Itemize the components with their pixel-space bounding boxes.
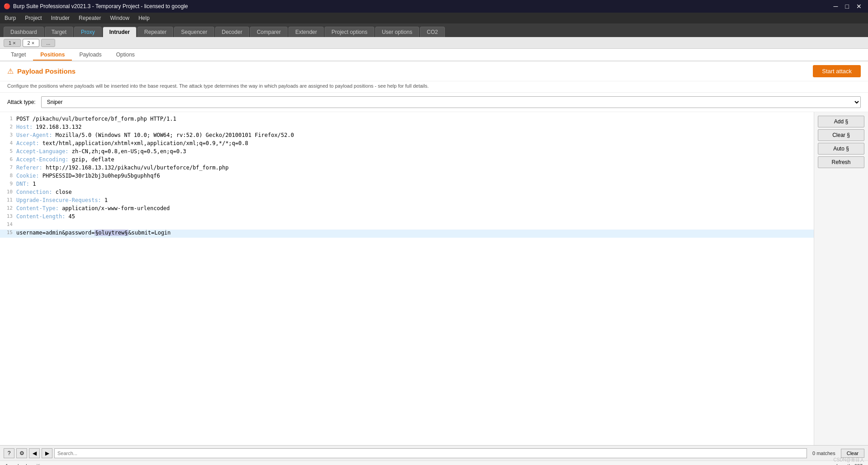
code-line: 7Referer: http://192.168.13.132/pikachu/… [0,164,814,173]
code-line: 1POST /pikachu/vul/burteforce/bf_form.ph… [0,116,814,124]
maximize-button[interactable]: □ [843,2,852,11]
line-number: 13 [2,213,16,219]
line-content: Referer: http://192.168.13.132/pikachu/v… [16,164,229,171]
line-content: Upgrade-Insecure-Requests: 1 [16,197,108,203]
main-tab-co2[interactable]: CO2 [420,27,445,37]
code-line: 8Cookie: PHPSESSID=30r1b2bj3u0hep9u5bgup… [0,173,814,181]
main-tab-dashboard[interactable]: Dashboard [4,27,44,37]
main-tabs: DashboardTargetProxyIntruderRepeaterSequ… [0,23,868,37]
code-line: 5Accept-Language: zh-CN,zh;q=0.8,en-US;q… [0,148,814,156]
payload-positions-title: Payload Positions [17,67,75,75]
payload-positions-description: Configure the positions where payloads w… [0,81,868,93]
status-bar: 1 payload position Length: 607 [0,460,868,465]
settings-icon[interactable]: ⚙ [16,448,27,458]
title-bar: 🔴 Burp Suite Professional v2021.3 - Temp… [0,0,868,13]
request-tab[interactable]: 1 × [4,39,21,47]
minimize-button[interactable]: ─ [831,2,841,11]
code-line: 9DNT: 1 [0,181,814,189]
main-tab-decoder[interactable]: Decoder [215,27,249,37]
code-line: 6Accept-Encoding: gzip, deflate [0,156,814,164]
payload-positions-header: ⚠ Payload Positions Start attack [0,61,868,81]
line-number: 5 [2,148,16,154]
auto-section-button[interactable]: Auto § [818,143,864,155]
menu-bar: BurpProjectIntruderRepeaterWindowHelp [0,13,868,23]
line-number: 6 [2,156,16,162]
main-tab-comparer[interactable]: Comparer [250,27,288,37]
line-content: Connection: close [16,189,72,195]
attack-type-row: Attack type: SniperBattering ramPitchfor… [0,93,868,112]
editor-container: 1POST /pikachu/vul/burteforce/bf_form.ph… [0,112,868,445]
line-number: 1 [2,116,16,122]
start-attack-button[interactable]: Start attack [813,65,861,77]
line-number: 10 [2,189,16,195]
forward-icon[interactable]: ▶ [42,448,52,458]
sub-tab-options[interactable]: Options [109,50,142,61]
back-icon[interactable]: ◀ [29,448,40,458]
line-number: 3 [2,132,16,138]
attack-type-label: Attack type: [7,99,36,105]
help-icon[interactable]: ? [4,448,14,458]
request-tab[interactable]: ... [41,39,55,47]
menu-item-burp[interactable]: Burp [0,14,20,23]
editor-buttons: Add § Clear § Auto § Refresh [814,112,868,445]
payload-position-count: 1 payload position [5,463,46,465]
code-line: 12Content-Type: application/x-www-form-u… [0,205,814,213]
line-number: 2 [2,124,16,130]
clear-search-button[interactable]: Clear [841,449,864,458]
line-content: username=admin&password=§oluytrew§&submi… [16,230,171,236]
bottom-bar: ? ⚙ ◀ ▶ 0 matches Clear [0,445,868,460]
line-content: Content-Length: 45 [16,213,75,220]
main-tab-project-options[interactable]: Project options [325,27,374,37]
line-number: 14 [2,221,16,227]
sub-tab-target[interactable]: Target [4,50,33,61]
request-tab[interactable]: 2 × [23,39,40,47]
search-input[interactable] [54,448,807,458]
main-content: ⚠ Payload Positions Start attack Configu… [0,61,868,445]
sub-tab-positions[interactable]: Positions [33,50,72,61]
main-tab-extender[interactable]: Extender [288,27,324,37]
main-tab-repeater[interactable]: Repeater [137,27,173,37]
add-section-button[interactable]: Add § [818,116,864,127]
attack-type-select[interactable]: SniperBattering ramPitchforkCluster bomb [41,96,861,108]
line-number: 15 [2,230,16,235]
title-right: ─ □ ✕ [831,2,864,11]
line-number: 12 [2,205,16,211]
code-line: 2Host: 192.168.13.132 [0,124,814,132]
line-content: Accept: text/html,application/xhtml+xml,… [16,140,248,146]
menu-item-repeater[interactable]: Repeater [74,14,105,23]
menu-item-project[interactable]: Project [20,14,46,23]
line-content: Accept-Encoding: gzip, deflate [16,156,114,163]
clear-section-button[interactable]: Clear § [818,129,864,141]
line-content: POST /pikachu/vul/burteforce/bf_form.php… [16,116,176,122]
menu-item-intruder[interactable]: Intruder [47,14,74,23]
warning-icon: ⚠ [7,67,14,75]
code-line: 14 [0,221,814,230]
code-line: 10Connection: close [0,189,814,197]
code-line: 13Content-Length: 45 [0,213,814,221]
line-content: Accept-Language: zh-CN,zh;q=0.8,en-US;q=… [16,148,186,155]
line-content: Cookie: PHPSESSID=30r1b2bj3u0hep9u5bguph… [16,173,160,179]
main-tab-target[interactable]: Target [45,27,73,37]
main-tab-sequencer[interactable]: Sequencer [174,27,214,37]
main-tab-user-options[interactable]: User options [375,27,419,37]
editor-main[interactable]: 1POST /pikachu/vul/burteforce/bf_form.ph… [0,112,814,445]
app-title: Burp Suite Professional v2021.3 - Tempor… [13,3,188,9]
menu-item-help[interactable]: Help [134,14,154,23]
line-number: 4 [2,140,16,146]
refresh-button[interactable]: Refresh [818,156,864,168]
request-tabs-row: 1 ×2 ×... [0,37,868,49]
code-line: 11Upgrade-Insecure-Requests: 1 [0,197,814,205]
line-content: DNT: 1 [16,181,36,187]
code-line: 3User-Agent: Mozilla/5.0 (Windows NT 10.… [0,132,814,140]
close-button[interactable]: ✕ [854,2,864,11]
code-line: 4Accept: text/html,application/xhtml+xml… [0,140,814,148]
sub-tab-payloads[interactable]: Payloads [72,50,108,61]
main-tab-proxy[interactable]: Proxy [74,27,102,37]
title-left: 🔴 Burp Suite Professional v2021.3 - Temp… [4,3,188,9]
line-number: 8 [2,173,16,178]
line-number: 9 [2,181,16,187]
menu-item-window[interactable]: Window [105,14,134,23]
length-display: Length: 607 [836,463,863,465]
line-content: Content-Type: application/x-www-form-url… [16,205,170,211]
main-tab-intruder[interactable]: Intruder [103,27,137,37]
